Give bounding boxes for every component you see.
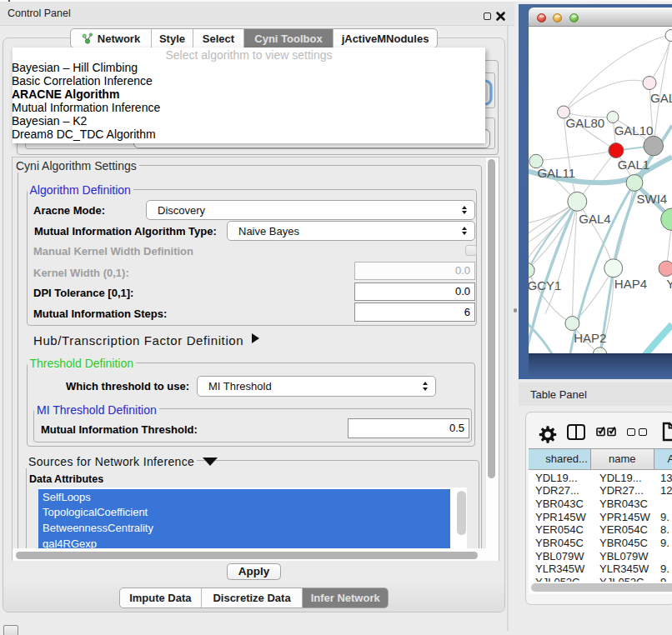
svg-text:GAL10: GAL10: [614, 123, 654, 138]
svg-text:GCY1: GCY1: [529, 278, 561, 292]
svg-text:GAL8: GAL8: [650, 90, 672, 104]
svg-text:HAP2: HAP2: [574, 331, 606, 345]
svg-text:GAL11: GAL11: [537, 165, 575, 179]
svg-text:GAL4: GAL4: [579, 211, 610, 225]
svg-text:SWI4: SWI4: [637, 191, 668, 205]
svg-text:HAP4: HAP4: [614, 277, 647, 291]
svg-text:GAL80: GAL80: [566, 116, 605, 130]
svg-text:Y: Y: [666, 277, 672, 291]
svg-text:GAL1: GAL1: [618, 157, 649, 171]
